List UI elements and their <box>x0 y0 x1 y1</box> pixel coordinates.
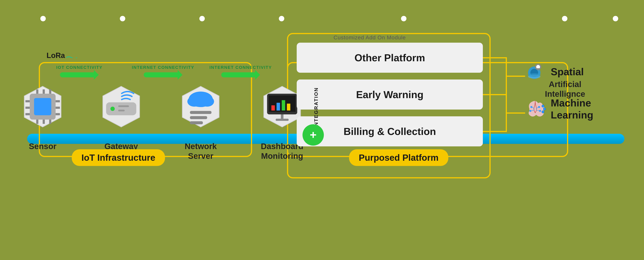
svg-rect-33 <box>190 121 203 124</box>
lora-label: LoRa <box>46 52 77 60</box>
network-server-icon <box>181 85 220 128</box>
svg-rect-20 <box>43 120 45 124</box>
dashboard-monitoring-hexagon <box>263 85 302 128</box>
svg-rect-12 <box>26 113 30 115</box>
lora-text: LoRa <box>46 52 65 60</box>
plus-circle: + <box>302 124 324 146</box>
svg-point-50 <box>530 106 532 108</box>
iot-connectivity-arrow-icon <box>60 70 99 80</box>
spatial-ai-item: Spatial <box>524 60 584 83</box>
svg-rect-21 <box>49 120 51 124</box>
network-server-label: NetworkServer <box>184 142 217 161</box>
svg-rect-31 <box>190 111 211 114</box>
gateway-node: Gateway <box>102 85 140 151</box>
bracket-to-spatial <box>506 76 525 77</box>
bracket-vertical <box>506 57 507 132</box>
machine-learning-ai-item: MachineLearning <box>524 97 594 121</box>
billing-collection-card: Billing & Collection <box>297 116 483 146</box>
svg-rect-37 <box>271 105 275 110</box>
lora-wave-icon <box>66 56 77 58</box>
svg-point-51 <box>538 106 540 108</box>
machine-learning-icon <box>524 97 547 120</box>
sensor-chip-icon <box>23 85 62 128</box>
purposed-platform-badge: Purposed Platform <box>349 149 448 166</box>
svg-rect-17 <box>43 90 45 94</box>
iot-infra-badge: IoT Infrastructure <box>72 149 165 166</box>
network-server-hexagon <box>181 85 220 128</box>
internet-connectivity-arrow-2: INTERNET CONNECTIVITY <box>210 65 272 80</box>
bracket-to-ml <box>506 112 525 114</box>
internet-connectivity-arrow-1: INTERNET CONNECTIVITY <box>132 65 194 80</box>
sensor-label: Sensor <box>29 142 56 151</box>
spatial-label: Spatial <box>551 66 584 78</box>
svg-rect-32 <box>190 116 207 119</box>
svg-rect-5 <box>221 72 257 77</box>
sensor-node: Sensor <box>23 85 62 151</box>
svg-marker-6 <box>255 70 260 80</box>
dot-end <box>613 16 618 21</box>
svg-rect-1 <box>60 72 96 77</box>
gateway-hexagon <box>102 85 140 128</box>
gateway-router-icon <box>102 85 140 128</box>
svg-rect-41 <box>281 114 283 119</box>
svg-point-52 <box>530 110 531 112</box>
internet-connectivity-arrow-icon-2 <box>221 70 260 80</box>
connector-billing <box>483 131 506 132</box>
dot-dashboard <box>279 16 284 21</box>
dot-purposed <box>401 16 406 21</box>
svg-rect-3 <box>144 72 180 77</box>
internet-connectivity-label-1: INTERNET CONNECTIVITY <box>132 65 194 70</box>
sensor-hexagon <box>23 85 62 128</box>
svg-point-29 <box>187 96 201 107</box>
svg-rect-38 <box>276 103 280 110</box>
svg-rect-18 <box>49 90 51 94</box>
diagram-container: LoRa IoT Infrastructure Purposed Platfor… <box>12 14 632 246</box>
dot-ai <box>562 16 568 21</box>
addon-title: Customized Add On Module <box>334 34 406 41</box>
svg-marker-4 <box>178 70 182 80</box>
svg-rect-26 <box>118 110 124 112</box>
integration-label: INTEGRATION <box>313 87 319 128</box>
svg-rect-39 <box>282 100 285 110</box>
svg-point-53 <box>539 110 541 112</box>
svg-rect-13 <box>56 100 60 102</box>
iot-connectivity-arrow: IOT CONNECTIVITY <box>56 65 102 80</box>
dot-gateway <box>120 16 125 21</box>
svg-point-30 <box>200 96 214 107</box>
other-platform-label: Other Platform <box>354 52 425 64</box>
dot-sensor <box>40 16 46 21</box>
billing-collection-label: Billing & Collection <box>344 126 436 137</box>
connector-other-platform <box>483 57 506 58</box>
svg-marker-2 <box>94 70 99 80</box>
svg-point-49 <box>528 73 540 77</box>
network-server-node: NetworkServer <box>181 85 220 161</box>
early-warning-card: Early Warning <box>297 80 483 110</box>
svg-rect-9 <box>34 98 52 115</box>
other-platform-card: Other Platform <box>297 43 483 73</box>
svg-rect-19 <box>36 120 38 124</box>
machine-learning-label: MachineLearning <box>551 97 594 121</box>
svg-rect-40 <box>287 104 290 110</box>
connector-early-warning <box>483 94 506 95</box>
svg-rect-10 <box>26 100 30 102</box>
dot-network <box>199 16 205 21</box>
svg-rect-14 <box>56 107 60 109</box>
svg-point-24 <box>110 107 114 111</box>
iot-connectivity-label: IOT CONNECTIVITY <box>56 65 102 70</box>
svg-rect-42 <box>276 119 288 121</box>
svg-rect-25 <box>118 105 129 107</box>
svg-rect-11 <box>26 107 30 109</box>
svg-rect-16 <box>36 90 38 94</box>
early-warning-label: Early Warning <box>356 89 424 100</box>
plus-icon: + <box>310 129 316 141</box>
svg-rect-15 <box>56 113 60 115</box>
internet-connectivity-arrow-icon-1 <box>144 70 182 80</box>
spatial-icon <box>524 60 547 83</box>
internet-connectivity-label-2: INTERNET CONNECTIVITY <box>210 65 272 70</box>
dashboard-monitor-icon <box>263 85 302 128</box>
